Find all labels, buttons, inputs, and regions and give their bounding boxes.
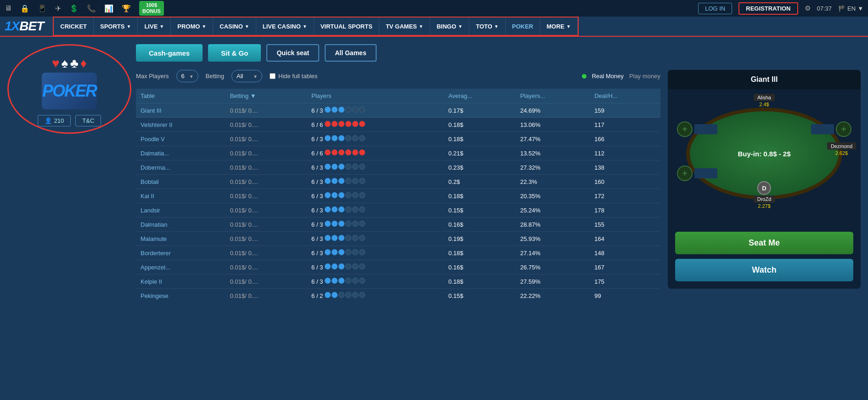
table-row[interactable]: Appenzel...0.01$/ 0....6 / 3 0.16$26.75%…: [136, 260, 660, 274]
col-deal[interactable]: Deal/H...: [590, 89, 660, 103]
register-button[interactable]: REGISTRATION: [738, 2, 798, 15]
col-betting[interactable]: Betting ▼: [225, 89, 307, 103]
seat-right-top: +: [811, 121, 851, 137]
nav-live[interactable]: LIVE▼: [138, 17, 171, 35]
buyin-text: Buy-in: 0.8$ - 2$: [738, 150, 790, 158]
table-row[interactable]: Pekingese0.01$/ 0....6 / 2 0.15$22.22%99: [136, 289, 660, 301]
action-buttons: Cash-games Sit & Go Quick seat All Games: [136, 44, 861, 62]
row-players-pct: 26.75%: [516, 260, 590, 274]
hide-full-label[interactable]: Hide full tables: [278, 73, 317, 80]
cash-games-button[interactable]: Cash-games: [136, 44, 203, 62]
table-row[interactable]: Giant III0.01$/ 0....6 / 3 0.17$24.69%15…: [136, 103, 660, 118]
settings-icon[interactable]: ⚙: [805, 4, 811, 12]
row-players-pct: 27.47%: [516, 132, 590, 146]
games-table-wrap: Table Betting ▼ Players Averag... Player…: [136, 89, 660, 300]
chart-icon[interactable]: 📊: [104, 4, 113, 13]
login-button[interactable]: LOG IN: [698, 3, 732, 14]
max-players-select[interactable]: 6 2 9: [176, 70, 198, 82]
row-average: 0.17$: [444, 103, 515, 118]
row-players-pct: 22.3%: [516, 175, 590, 189]
row-average: 0.15$: [444, 289, 515, 301]
tandc-button[interactable]: T&C: [75, 115, 101, 126]
col-average[interactable]: Averag...: [444, 89, 515, 103]
real-money-toggle[interactable]: Real Money: [592, 73, 624, 80]
filters-bar: Max Players 6 2 9 Betting All Low: [136, 70, 660, 82]
row-players: 6 / 6: [307, 146, 444, 160]
betting-select[interactable]: All Low High: [231, 70, 262, 82]
table-row[interactable]: Kai II0.01$/ 0....6 / 3 0.18$20.35%172: [136, 189, 660, 203]
nav-live-casino[interactable]: LIVE CASINO▼: [256, 17, 314, 35]
col-table[interactable]: Table: [136, 89, 225, 103]
col-players-pct[interactable]: Players...: [516, 89, 590, 103]
row-average: 0.15$: [444, 203, 515, 217]
row-players-pct: 22.22%: [516, 289, 590, 301]
seat-alisha-name: Alisha: [754, 94, 775, 101]
phone-icon[interactable]: 📞: [87, 4, 96, 13]
table-row[interactable]: Dalmatia...0.01$/ 0....6 / 6 0.21$13.52%…: [136, 146, 660, 160]
nav-promo[interactable]: PROMO▼: [171, 17, 213, 35]
language-selector[interactable]: 🏴 EN ▼: [838, 5, 863, 12]
nav-cricket[interactable]: CRICKET: [54, 17, 94, 35]
table-row[interactable]: Poodle V0.01$/ 0....6 / 3 0.18$27.47%166: [136, 132, 660, 146]
nav-virtual-sports[interactable]: VIRTUAL SPORTS: [314, 17, 379, 35]
row-betting: 0.01$/ 0....: [225, 118, 307, 132]
row-average: 0.18$: [444, 189, 515, 203]
monitor-icon[interactable]: 🖥: [5, 4, 12, 12]
row-players: 6 / 3: [307, 175, 444, 189]
site-logo[interactable]: 1XBET: [5, 19, 44, 34]
all-games-button[interactable]: All Games: [325, 44, 376, 62]
row-deal: 112: [590, 146, 660, 160]
telegram-icon[interactable]: ✈: [55, 4, 61, 13]
row-players: 6 / 6: [307, 118, 444, 132]
nav-bingo[interactable]: BINGO▼: [430, 17, 470, 35]
sit-and-go-button[interactable]: Sit & Go: [208, 44, 261, 62]
play-money-toggle[interactable]: Play money: [629, 73, 660, 80]
row-betting: 0.01$/ 0....: [225, 289, 307, 301]
table-row[interactable]: Borderterer0.01$/ 0....6 / 3 0.18$27.14%…: [136, 246, 660, 260]
nav-casino[interactable]: CASINO▼: [213, 17, 256, 35]
row-betting: 0.01$/ 0....: [225, 260, 307, 274]
row-betting: 0.01$/ 0....: [225, 103, 307, 118]
nav-toto[interactable]: TOTO▼: [469, 17, 506, 35]
seat-me-button[interactable]: Seat Me: [675, 232, 853, 254]
table-row[interactable]: Bobtail0.01$/ 0....6 / 3 0.2$22.3%160: [136, 175, 660, 189]
nav-poker[interactable]: POKER: [506, 17, 540, 35]
trophy-icon[interactable]: 🏆: [122, 4, 131, 13]
empty-chip-left-top: [694, 124, 717, 134]
row-table-name: Pekingese: [136, 289, 225, 301]
col-players[interactable]: Players: [307, 89, 444, 103]
row-deal: 160: [590, 175, 660, 189]
nav-tv-games[interactable]: TV GAMES▼: [379, 17, 430, 35]
seat-dezmond: Dezmond 2.62$: [827, 143, 856, 156]
betting-select-wrap: All Low High: [231, 70, 262, 82]
add-seat-left-bottom[interactable]: +: [677, 166, 693, 181]
bonus-badge[interactable]: 100$ BONUS: [139, 1, 164, 16]
lock-icon[interactable]: 🔒: [20, 4, 29, 13]
mobile-icon[interactable]: 📱: [38, 4, 47, 13]
hide-full-wrap: Hide full tables: [270, 73, 317, 80]
nav-sports[interactable]: SPORTS▼: [94, 17, 138, 35]
row-table-name: Landsir: [136, 203, 225, 217]
max-players-select-wrap: 6 2 9: [176, 70, 198, 82]
table-row[interactable]: Landsir0.01$/ 0....6 / 3 0.15$25.24%178: [136, 203, 660, 217]
nav-more[interactable]: MORE▼: [540, 17, 578, 35]
poker-text: POKER: [42, 81, 96, 101]
add-seat-left-top[interactable]: +: [677, 121, 693, 137]
row-players: 6 / 3: [307, 217, 444, 232]
row-players-pct: 27.14%: [516, 246, 590, 260]
quick-seat-button[interactable]: Quick seat: [266, 44, 319, 62]
table-row[interactable]: Doberma...0.01$/ 0....6 / 3 0.23$27.32%1…: [136, 160, 660, 175]
table-row[interactable]: Malamute0.01$/ 0....6 / 3 0.19$25.93%164: [136, 232, 660, 246]
hide-full-checkbox[interactable]: [270, 73, 276, 79]
max-players-label: Max Players: [136, 73, 169, 80]
watch-button[interactable]: Watch: [675, 259, 853, 281]
player-dots: [325, 164, 365, 170]
player-count-button[interactable]: 👤 210: [38, 115, 71, 126]
table-row[interactable]: Kelpie II0.01$/ 0....6 / 3 0.18$27.59%17…: [136, 274, 660, 289]
add-seat-right-top[interactable]: +: [836, 121, 851, 137]
seat-alisha: Alisha 2.4$: [754, 94, 775, 107]
table-row[interactable]: Dalmatian0.01$/ 0....6 / 3 0.16$28.87%15…: [136, 217, 660, 232]
dollar-icon[interactable]: 💲: [69, 4, 79, 13]
table-row[interactable]: Velshterer II0.01$/ 0....6 / 6 0.18$13.0…: [136, 118, 660, 132]
player-dots: [325, 263, 365, 269]
